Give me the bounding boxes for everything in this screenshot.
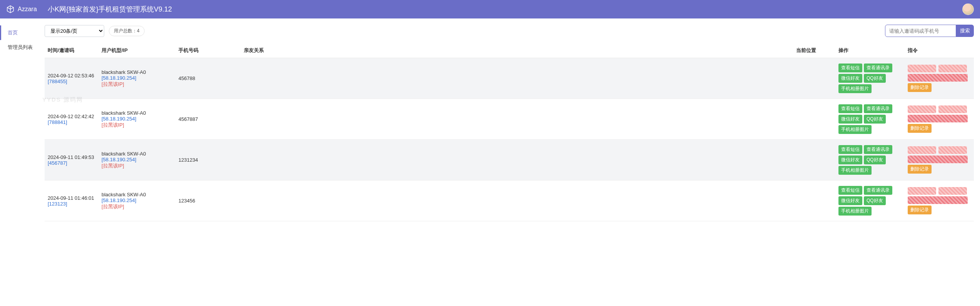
- op-button-0[interactable]: 查看短信: [838, 104, 862, 113]
- op-button-0[interactable]: 查看短信: [838, 64, 862, 72]
- op-button-0[interactable]: 查看短信: [838, 145, 862, 154]
- sidebar-item-0[interactable]: 首页: [0, 25, 38, 40]
- toolbar: 显示20条/页 用户总数：4 搜索: [45, 25, 974, 37]
- device-model: blackshark SKW-A0: [102, 151, 172, 157]
- cmd-redacted[interactable]: [908, 156, 968, 163]
- phone-cell: 123456: [175, 181, 241, 221]
- delete-record-button[interactable]: 删除记录: [908, 165, 932, 174]
- ip-link[interactable]: [58.18.190.254]: [102, 75, 172, 81]
- th-location: 当前位置: [793, 43, 835, 58]
- cmd-redacted[interactable]: [908, 146, 936, 154]
- user-count-badge: 用户总数：4: [109, 26, 145, 36]
- th-cmd: 指令: [905, 43, 974, 58]
- cmd-redacted[interactable]: [938, 105, 967, 113]
- op-button-4[interactable]: 手机相册图片: [838, 125, 872, 134]
- relation-cell: [241, 99, 793, 140]
- device-model: blackshark SKW-A0: [102, 192, 172, 197]
- th-device: 用户机型/IP: [98, 43, 175, 58]
- device-model: blackshark SKW-A0: [102, 69, 172, 75]
- location-cell: [793, 58, 835, 99]
- op-button-2[interactable]: 微信好友: [838, 74, 862, 83]
- cmd-redacted[interactable]: [908, 65, 936, 72]
- op-button-3[interactable]: QQ好友: [864, 196, 886, 205]
- sidebar-item-1[interactable]: 管理员列表: [0, 40, 38, 55]
- app-title: 小K网{独家首发}手机租赁管理系统V9.12: [48, 5, 172, 14]
- op-button-1[interactable]: 查看通讯录: [864, 64, 892, 72]
- th-time: 时间/邀请码: [45, 43, 98, 58]
- phone-cell: 4567887: [175, 99, 241, 140]
- relation-cell: [241, 58, 793, 99]
- main-content: 显示20条/页 用户总数：4 搜索 时间/邀请码 用户机型/IP 手机号码 亲友…: [38, 18, 980, 306]
- timestamp: 2024-09-12 02:42:42: [48, 114, 95, 119]
- op-button-4[interactable]: 手机相册图片: [838, 166, 872, 175]
- location-cell: [793, 181, 835, 221]
- op-button-1[interactable]: 查看通讯录: [864, 145, 892, 154]
- op-button-2[interactable]: 微信好友: [838, 115, 862, 124]
- cmd-redacted[interactable]: [908, 105, 936, 113]
- cmd-redacted[interactable]: [938, 146, 967, 154]
- relation-cell: [241, 140, 793, 181]
- cmd-redacted[interactable]: [908, 74, 968, 82]
- op-button-1[interactable]: 查看通讯录: [864, 104, 892, 113]
- table-header-row: 时间/邀请码 用户机型/IP 手机号码 亲友关系 当前位置 操作 指令: [45, 43, 974, 58]
- search-button[interactable]: 搜索: [956, 25, 974, 37]
- timestamp: 2024-09-12 02:53:46: [48, 73, 95, 79]
- search-input[interactable]: [885, 25, 956, 37]
- table-row: 2024-09-12 02:53:46[788455]blackshark SK…: [45, 58, 974, 99]
- op-button-2[interactable]: 微信好友: [838, 196, 862, 205]
- invite-code-link[interactable]: [123123]: [48, 201, 95, 207]
- op-button-1[interactable]: 查看通讯录: [864, 186, 892, 195]
- th-ops: 操作: [835, 43, 905, 58]
- timestamp: 2024-09-11 01:49:53: [48, 154, 95, 160]
- brand-wrap: Azzara: [6, 5, 45, 13]
- op-button-3[interactable]: QQ好友: [864, 115, 886, 124]
- brand-text: Azzara: [18, 6, 37, 13]
- table-row: 2024-09-11 01:49:53[456787]blackshark SK…: [45, 140, 974, 181]
- table-row: 2024-09-11 01:46:01[123123]blackshark SK…: [45, 181, 974, 221]
- ip-link[interactable]: [58.18.190.254]: [102, 157, 172, 162]
- cube-logo-icon: [6, 5, 15, 13]
- avatar[interactable]: [962, 3, 974, 15]
- table-row: 2024-09-12 02:42:42[788841]blackshark SK…: [45, 99, 974, 140]
- ip-link[interactable]: [58.18.190.254]: [102, 116, 172, 122]
- sidebar: 首页管理员列表: [0, 18, 38, 306]
- ban-ip-link[interactable]: [拉黑该IP]: [102, 162, 172, 169]
- user-count-label: 用户总数：: [114, 28, 137, 33]
- ban-ip-link[interactable]: [拉黑该IP]: [102, 203, 172, 210]
- device-model: blackshark SKW-A0: [102, 110, 172, 116]
- op-button-3[interactable]: QQ好友: [864, 156, 886, 164]
- delete-record-button[interactable]: 删除记录: [908, 83, 932, 92]
- invite-code-link[interactable]: [788455]: [48, 79, 95, 84]
- location-cell: [793, 99, 835, 140]
- op-button-3[interactable]: QQ好友: [864, 74, 886, 83]
- phone-cell: 1231234: [175, 140, 241, 181]
- phone-cell: 456788: [175, 58, 241, 99]
- cmd-redacted[interactable]: [908, 196, 968, 204]
- ban-ip-link[interactable]: [拉黑该IP]: [102, 81, 172, 88]
- cmd-redacted[interactable]: [938, 187, 967, 195]
- cmd-redacted[interactable]: [908, 187, 936, 195]
- timestamp: 2024-09-11 01:46:01: [48, 195, 95, 201]
- app-header: Azzara 小K网{独家首发}手机租赁管理系统V9.12: [0, 0, 980, 18]
- op-button-0[interactable]: 查看短信: [838, 186, 862, 195]
- delete-record-button[interactable]: 删除记录: [908, 124, 932, 133]
- page-size-select[interactable]: 显示20条/页: [45, 25, 104, 37]
- cmd-redacted[interactable]: [938, 65, 967, 72]
- ip-link[interactable]: [58.18.190.254]: [102, 197, 172, 203]
- user-count-value: 4: [137, 28, 140, 33]
- ban-ip-link[interactable]: [拉黑该IP]: [102, 122, 172, 129]
- op-button-4[interactable]: 手机相册图片: [838, 84, 872, 93]
- op-button-2[interactable]: 微信好友: [838, 156, 862, 164]
- cmd-redacted[interactable]: [908, 115, 968, 122]
- relation-cell: [241, 181, 793, 221]
- invite-code-link[interactable]: [788841]: [48, 119, 95, 125]
- th-relation: 亲友关系: [241, 43, 793, 58]
- op-button-4[interactable]: 手机相册图片: [838, 207, 872, 216]
- delete-record-button[interactable]: 删除记录: [908, 206, 932, 214]
- location-cell: [793, 140, 835, 181]
- th-phone: 手机号码: [175, 43, 241, 58]
- users-table: 时间/邀请码 用户机型/IP 手机号码 亲友关系 当前位置 操作 指令 2024…: [45, 43, 974, 221]
- invite-code-link[interactable]: [456787]: [48, 160, 95, 166]
